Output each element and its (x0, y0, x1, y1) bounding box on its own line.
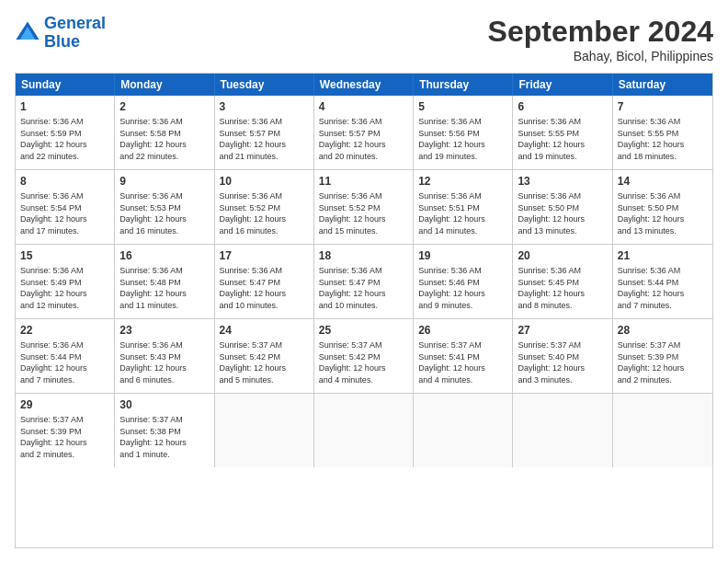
header-wednesday: Wednesday (314, 74, 414, 96)
day-8: 8 Sunrise: 5:36 AMSunset: 5:54 PMDayligh… (16, 170, 115, 244)
week-row-5: 29 Sunrise: 5:37 AMSunset: 5:39 PMDaylig… (16, 394, 712, 467)
day-28: 28 Sunrise: 5:37 AMSunset: 5:39 PMDaylig… (613, 319, 712, 393)
empty-cell-3 (414, 394, 513, 467)
day-20: 20 Sunrise: 5:36 AMSunset: 5:45 PMDaylig… (513, 245, 612, 318)
calendar-header: Sunday Monday Tuesday Wednesday Thursday… (16, 74, 712, 96)
day-10: 10 Sunrise: 5:36 AMSunset: 5:52 PMDaylig… (215, 170, 314, 244)
day-18: 18 Sunrise: 5:36 AMSunset: 5:47 PMDaylig… (314, 245, 414, 318)
week-row-4: 22 Sunrise: 5:36 AMSunset: 5:44 PMDaylig… (16, 319, 712, 394)
calendar-body: 1 Sunrise: 5:36 AMSunset: 5:59 PMDayligh… (16, 96, 712, 467)
day-4: 4 Sunrise: 5:36 AMSunset: 5:57 PMDayligh… (314, 96, 414, 169)
day-27: 27 Sunrise: 5:37 AMSunset: 5:40 PMDaylig… (513, 319, 612, 393)
day-25: 25 Sunrise: 5:37 AMSunset: 5:42 PMDaylig… (314, 319, 414, 393)
logo-text: General Blue (44, 15, 106, 52)
day-2: 2 Sunrise: 5:36 AMSunset: 5:58 PMDayligh… (115, 96, 214, 169)
empty-cell-5 (613, 394, 712, 467)
day-16: 16 Sunrise: 5:36 AMSunset: 5:48 PMDaylig… (115, 245, 214, 318)
location: Bahay, Bicol, Philippines (488, 49, 713, 63)
day-7: 7 Sunrise: 5:36 AMSunset: 5:55 PMDayligh… (613, 96, 712, 169)
week-row-1: 1 Sunrise: 5:36 AMSunset: 5:59 PMDayligh… (16, 96, 712, 170)
header-thursday: Thursday (414, 74, 513, 96)
day-21: 21 Sunrise: 5:36 AMSunset: 5:44 PMDaylig… (613, 245, 712, 318)
day-26: 26 Sunrise: 5:37 AMSunset: 5:41 PMDaylig… (414, 319, 513, 393)
logo-icon (15, 20, 40, 46)
day-22: 22 Sunrise: 5:36 AMSunset: 5:44 PMDaylig… (16, 319, 115, 393)
day-23: 23 Sunrise: 5:36 AMSunset: 5:43 PMDaylig… (115, 319, 214, 393)
logo-blue: Blue (44, 32, 80, 51)
header-friday: Friday (513, 74, 612, 96)
day-29: 29 Sunrise: 5:37 AMSunset: 5:39 PMDaylig… (16, 394, 115, 467)
day-30: 30 Sunrise: 5:37 AMSunset: 5:38 PMDaylig… (115, 394, 214, 467)
day-1: 1 Sunrise: 5:36 AMSunset: 5:59 PMDayligh… (16, 96, 115, 169)
day-15: 15 Sunrise: 5:36 AMSunset: 5:49 PMDaylig… (16, 245, 115, 318)
day-11: 11 Sunrise: 5:36 AMSunset: 5:52 PMDaylig… (314, 170, 414, 244)
header-sunday: Sunday (16, 74, 115, 96)
logo: General Blue (15, 15, 106, 52)
month-title: September 2024 (488, 15, 713, 49)
day-13: 13 Sunrise: 5:36 AMSunset: 5:50 PMDaylig… (513, 170, 612, 244)
header-saturday: Saturday (613, 74, 712, 96)
empty-cell-4 (513, 394, 612, 467)
day-19: 19 Sunrise: 5:36 AMSunset: 5:46 PMDaylig… (414, 245, 513, 318)
day-3: 3 Sunrise: 5:36 AMSunset: 5:57 PMDayligh… (215, 96, 314, 169)
week-row-3: 15 Sunrise: 5:36 AMSunset: 5:49 PMDaylig… (16, 245, 712, 319)
day-9: 9 Sunrise: 5:36 AMSunset: 5:53 PMDayligh… (115, 170, 214, 244)
day-24: 24 Sunrise: 5:37 AMSunset: 5:42 PMDaylig… (215, 319, 314, 393)
calendar: Sunday Monday Tuesday Wednesday Thursday… (15, 73, 713, 548)
day-6: 6 Sunrise: 5:36 AMSunset: 5:55 PMDayligh… (513, 96, 612, 169)
day-12: 12 Sunrise: 5:36 AMSunset: 5:51 PMDaylig… (414, 170, 513, 244)
week-row-2: 8 Sunrise: 5:36 AMSunset: 5:54 PMDayligh… (16, 170, 712, 245)
empty-cell-2 (314, 394, 414, 467)
header-tuesday: Tuesday (215, 74, 314, 96)
logo-general: General (44, 14, 106, 32)
empty-cell-1 (215, 394, 314, 467)
header-monday: Monday (115, 74, 214, 96)
page: General Blue September 2024 Bahay, Bicol… (0, 0, 728, 563)
day-5: 5 Sunrise: 5:36 AMSunset: 5:56 PMDayligh… (414, 96, 513, 169)
day-14: 14 Sunrise: 5:36 AMSunset: 5:50 PMDaylig… (613, 170, 712, 244)
title-block: September 2024 Bahay, Bicol, Philippines (488, 15, 713, 63)
header: General Blue September 2024 Bahay, Bicol… (15, 15, 713, 63)
day-17: 17 Sunrise: 5:36 AMSunset: 5:47 PMDaylig… (215, 245, 314, 318)
